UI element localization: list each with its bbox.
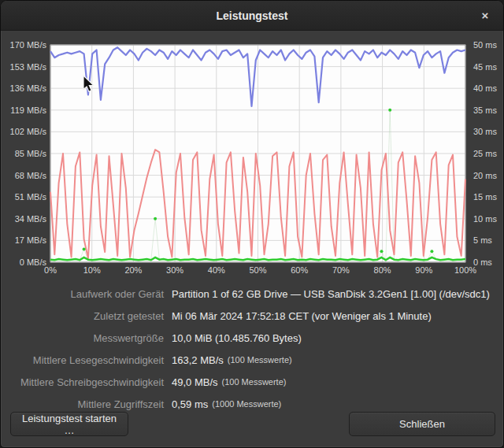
access-time-outlier-dot xyxy=(430,250,433,253)
x-axis-tick: 40% xyxy=(208,265,225,275)
detail-label-avg-read: Mittlere Lesegeschwindigkeit xyxy=(1,349,164,371)
left-axis-tick: 34 MB/s xyxy=(15,214,47,224)
right-axis-tick: 40 ms xyxy=(473,83,497,93)
left-axis-tick: 153 MB/s xyxy=(10,62,47,72)
x-axis-tick: 100% xyxy=(454,265,476,275)
left-axis-tick: 119 MB/s xyxy=(10,106,46,115)
benchmark-chart: 170 MB/s50 ms0%153 MB/s45 ms10%136 MB/s4… xyxy=(1,1,504,281)
detail-value-avg-read: 163,2 MB/s(100 Messwerte) xyxy=(172,349,503,371)
right-axis-tick: 15 ms xyxy=(473,192,497,202)
left-axis-tick: 68 MB/s xyxy=(15,171,47,180)
detail-label-drive: Laufwerk oder Gerät xyxy=(1,283,164,305)
access-time-outlier-dot xyxy=(83,247,86,250)
right-axis-tick: 5 ms xyxy=(473,235,492,245)
detail-value-drive: Partition 1 of 62 GB Drive — USB SanDisk… xyxy=(172,283,503,305)
x-axis-tick: 70% xyxy=(332,265,350,275)
right-axis-tick: 30 ms xyxy=(473,127,497,136)
access-time-outlier-dot xyxy=(380,250,384,253)
x-axis-tick: 30% xyxy=(166,265,183,275)
x-axis-tick: 60% xyxy=(291,265,308,275)
close-button[interactable]: Schließen xyxy=(349,412,495,436)
benchmark-details: Laufwerk oder Gerät Partition 1 of 62 GB… xyxy=(1,283,503,415)
detail-label-avg-write: Mittlere Schreibgeschwindigkeit xyxy=(1,371,164,393)
left-axis-tick: 102 MB/s xyxy=(10,127,47,136)
detail-label-last-benchmarked: Zuletzt getestet xyxy=(1,305,164,327)
right-axis-tick: 20 ms xyxy=(473,171,497,180)
left-axis-tick: 85 MB/s xyxy=(15,149,47,158)
left-axis-tick: 17 MB/s xyxy=(15,235,47,245)
benchmark-dialog: Leistungstest × 170 MB/s50 ms0%153 MB/s4… xyxy=(0,0,504,448)
start-benchmark-button[interactable]: Leistungstest starten … xyxy=(10,412,128,436)
x-axis-tick: 80% xyxy=(374,265,391,275)
left-axis-tick: 51 MB/s xyxy=(15,192,47,202)
right-axis-tick: 45 ms xyxy=(473,62,497,72)
left-axis-tick: 170 MB/s xyxy=(10,40,47,50)
right-axis-tick: 10 ms xyxy=(473,214,497,224)
right-axis-tick: 50 ms xyxy=(473,40,497,50)
x-axis-tick: 20% xyxy=(124,265,142,275)
right-axis-tick: 35 ms xyxy=(473,106,497,115)
x-axis-tick: 10% xyxy=(83,265,101,275)
detail-value-avg-write: 49,0 MB/s(100 Messwerte) xyxy=(172,371,503,393)
left-axis-tick: 136 MB/s xyxy=(10,83,47,93)
access-time-outlier-dot xyxy=(154,217,157,220)
left-axis-tick: 0 MB/s xyxy=(20,257,47,267)
right-axis-tick: 25 ms xyxy=(473,149,497,158)
detail-label-sample-size: Messwertgröße xyxy=(1,327,164,349)
x-axis-tick: 50% xyxy=(249,265,266,275)
x-axis-tick: 90% xyxy=(415,265,432,275)
detail-value-last-benchmarked: Mi 06 Mär 2024 17:52:18 CET (vor Weniger… xyxy=(172,305,503,327)
detail-value-sample-size: 10,0 MiB (10.485.760 Bytes) xyxy=(172,327,503,349)
access-time-outlier-dot xyxy=(388,109,391,112)
